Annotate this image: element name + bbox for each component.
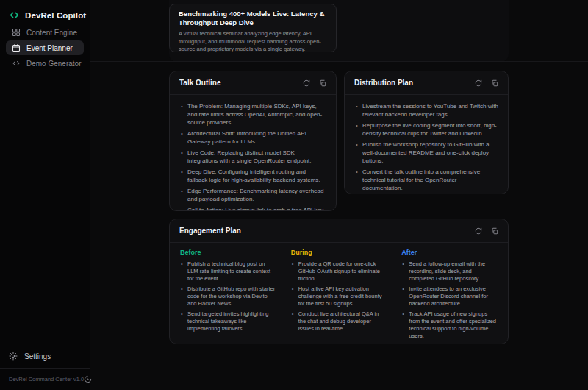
during-list: Provide a QR code for one-click GitHub O… [291, 260, 387, 333]
sidebar-nav: Content Engine Event Planner Demo Genera… [6, 25, 84, 71]
card-actions [473, 77, 501, 89]
plan-item: Track API usage of new signups from the … [401, 311, 498, 340]
engagement-column-during: During Provide a QR code for one-click G… [291, 249, 387, 343]
version-label: DevRel Command Center v1.0 [9, 376, 84, 383]
app-window: DevRel Copilot Content Engine Event Plan… [0, 0, 588, 390]
app-title: DevRel Copilot [25, 11, 86, 20]
plan-item: Distribute a GitHub repo with starter co… [180, 286, 276, 308]
column-label: Before [180, 249, 276, 256]
engagement-plan-card: Engagement Plan Before Publish a technic… [169, 219, 509, 344]
sidebar-footer: DevRel Command Center v1.0 [0, 368, 90, 390]
outline-item: Live Code: Replacing distinct model SDK … [180, 149, 326, 165]
distribution-plan-card: Distribution Plan Livestream the session… [344, 71, 509, 194]
outline-item: Architectural Shift: Introducing the Uni… [180, 130, 326, 146]
after-list: Send a follow-up email with the recordin… [401, 260, 498, 340]
event-title: Benchmarking 400+ Models Live: Latency &… [179, 10, 327, 27]
card-body: The Problem: Managing multiple SDKs, API… [170, 95, 336, 211]
card-body: Livestream the sessions to YouTube and T… [345, 95, 508, 194]
engagement-column-after: After Send a follow-up email with the re… [401, 249, 498, 343]
engagement-column-before: Before Publish a technical blog post on … [180, 249, 276, 343]
sidebar-item-event-planner[interactable]: Event Planner [6, 40, 84, 55]
card-header: Engagement Plan [170, 219, 508, 243]
column-label: During [291, 249, 387, 256]
card-header: Talk Outline [170, 71, 336, 95]
gear-icon [9, 352, 18, 361]
sidebar-item-demo-generator[interactable]: Demo Generator [6, 56, 84, 71]
card-actions [473, 225, 501, 237]
talk-outline-list: The Problem: Managing multiple SDKs, API… [180, 102, 326, 211]
engagement-columns: Before Publish a technical blog post on … [170, 243, 508, 344]
copy-icon[interactable] [489, 77, 501, 89]
talk-outline-card: Talk Outline The Problem: Managing multi… [169, 71, 337, 211]
outline-item: Call to Action: Live signup link to grab… [180, 206, 326, 211]
plan-item: Provide a QR code for one-click GitHub O… [291, 260, 387, 283]
header-divider [90, 61, 588, 62]
settings-label: Settings [24, 352, 51, 361]
card-actions [301, 77, 329, 89]
sidebar: DevRel Copilot Content Engine Event Plan… [0, 0, 90, 390]
grid-icon [12, 28, 21, 37]
card-header: Distribution Plan [345, 71, 508, 95]
event-description: A virtual technical seminar analyzing ed… [179, 30, 327, 52]
code-icon [9, 10, 20, 21]
plan-item: Publish a technical blog post on LLM rat… [180, 260, 276, 283]
plan-item: Conduct live architectural Q&A in the ch… [291, 311, 387, 333]
plan-item: Livestream the sessions to YouTube and T… [355, 102, 498, 118]
moon-icon[interactable] [84, 375, 92, 383]
outline-item: Edge Performance: Benchmarking latency o… [180, 187, 326, 203]
distribution-plan-list: Livestream the sessions to YouTube and T… [355, 102, 498, 194]
sidebar-item-label: Event Planner [26, 44, 73, 52]
card-title: Talk Outline [179, 79, 221, 87]
copy-icon[interactable] [317, 77, 329, 89]
refresh-icon[interactable] [301, 77, 312, 89]
plan-item: Publish the workshop repository to GitHu… [355, 141, 498, 165]
refresh-icon[interactable] [473, 225, 484, 237]
refresh-icon[interactable] [473, 77, 484, 89]
card-title: Engagement Plan [179, 227, 241, 235]
plan-item: Send a follow-up email with the recordin… [401, 260, 498, 283]
plan-item: Host a live API key activation challenge… [291, 286, 387, 308]
outline-item: Deep Dive: Configuring intelligent routi… [180, 168, 326, 184]
sidebar-item-label: Content Engine [26, 29, 77, 37]
copy-icon[interactable] [489, 225, 501, 237]
plan-item: Convert the talk outline into a comprehe… [355, 168, 498, 192]
plan-item: Repurpose the live coding segment into s… [355, 121, 498, 138]
sidebar-item-content-engine[interactable]: Content Engine [6, 25, 84, 40]
plan-item: Invite attendees to an exclusive OpenRou… [401, 286, 498, 308]
sidebar-item-label: Demo Generator [26, 60, 81, 68]
calendar-icon [12, 43, 21, 52]
code-icon [12, 59, 21, 68]
outline-item: The Problem: Managing multiple SDKs, API… [180, 102, 326, 127]
sidebar-item-settings[interactable]: Settings [0, 349, 90, 364]
app-logo: DevRel Copilot [0, 0, 90, 28]
column-label: After [401, 249, 498, 256]
plan-item: Send targeted invites highlighting techn… [180, 311, 276, 333]
card-title: Distribution Plan [354, 79, 413, 87]
before-list: Publish a technical blog post on LLM rat… [180, 260, 276, 333]
event-summary-card: Benchmarking 400+ Models Live: Latency &… [169, 4, 337, 52]
